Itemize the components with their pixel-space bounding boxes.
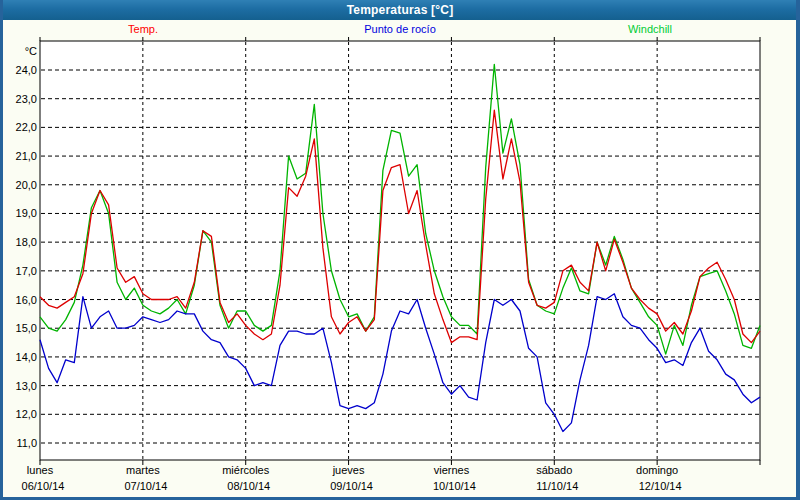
window-title: Temperaturas [°C]	[347, 3, 454, 17]
x-day-label: lunes	[27, 464, 54, 476]
x-date-label: 10/10/14	[433, 480, 476, 492]
y-tick-label: 13,0	[16, 380, 37, 392]
x-day-label: viernes	[434, 464, 470, 476]
y-tick-label: 12,0	[16, 408, 37, 420]
x-date-label: 07/10/14	[124, 480, 167, 492]
x-day-label: sábado	[536, 464, 572, 476]
x-day-label: domingo	[636, 464, 678, 476]
legend-dew-point: Punto de rocío	[364, 23, 436, 35]
x-day-label: martes	[126, 464, 160, 476]
y-tick-label: 11,0	[16, 437, 37, 449]
x-date-label: 06/10/14	[22, 480, 65, 492]
y-tick-label: 14,0	[16, 351, 37, 363]
legend-windchill-label: Windchill	[628, 23, 672, 35]
y-tick-label: 15,0	[16, 322, 37, 334]
y-tick-label: 19,0	[16, 207, 37, 219]
x-date-label: 12/10/14	[639, 480, 682, 492]
x-date-label: 11/10/14	[536, 480, 578, 492]
legend-temp-label: Temp.	[128, 23, 158, 35]
y-axis-labels: °C24,023,022,021,020,019,018,017,016,015…	[16, 45, 37, 449]
y-tick-label: 18,0	[16, 236, 37, 248]
y-tick-label: 24,0	[16, 64, 37, 76]
plot-area	[40, 41, 760, 460]
x-day-label: miércoles	[222, 464, 270, 476]
x-axis-labels: lunes06/10/14martes07/10/14miércoles08/1…	[22, 464, 682, 492]
x-day-label: jueves	[332, 464, 365, 476]
y-tick-label: 16,0	[16, 294, 37, 306]
y-tick-label: 17,0	[16, 265, 37, 277]
window-title-bar: Temperaturas [°C]	[0, 0, 800, 20]
legend-windchill: Windchill	[628, 23, 672, 35]
legend-temp: Temp.	[128, 23, 158, 35]
y-tick-label: 21,0	[16, 150, 37, 162]
y-tick-label: 23,0	[16, 93, 37, 105]
y-tick-label: 20,0	[16, 179, 37, 191]
y-tick-label: 22,0	[16, 121, 37, 133]
x-date-label: 09/10/14	[330, 480, 373, 492]
legend-dew-point-label: Punto de rocío	[364, 23, 436, 35]
x-date-label: 08/10/14	[227, 480, 270, 492]
y-axis-unit: °C	[25, 45, 37, 57]
temperature-chart: °C24,023,022,021,020,019,018,017,016,015…	[0, 0, 800, 500]
